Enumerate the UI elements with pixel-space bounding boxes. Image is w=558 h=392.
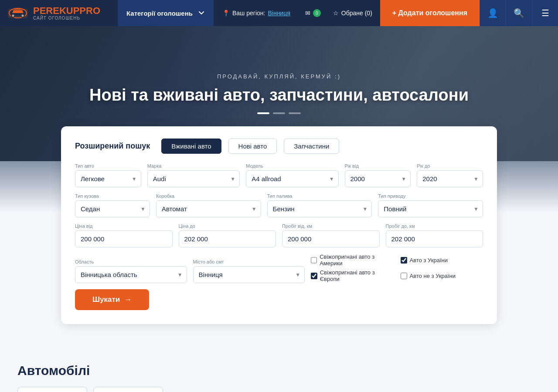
- svg-point-6: [22, 15, 24, 17]
- brand-filter-select[interactable]: Audi BMW Toyota Honda: [93, 387, 163, 392]
- mileage-from-input[interactable]: [282, 230, 380, 247]
- header-messages[interactable]: ✉ 0: [299, 9, 327, 17]
- field-price-to: Ціна до: [179, 223, 276, 247]
- message-badge: 0: [313, 9, 321, 17]
- field-year-to: Рік до 2020 ▼: [417, 163, 483, 187]
- menu-button[interactable]: ☰: [532, 0, 558, 26]
- user-icon: 👤: [487, 8, 498, 18]
- cars-section-title: Автомобілі: [17, 363, 541, 378]
- year-to-select[interactable]: 2020: [417, 170, 483, 187]
- body-select[interactable]: Седан: [75, 200, 150, 217]
- search-row-3: Ціна від Ціна до Пробіг від, км Пробіг д…: [75, 223, 483, 247]
- hero-tagline: ПРОДАВАЙ, КУПЛЯЙ, КЕРМУЙ :): [217, 73, 341, 80]
- search-submit-button[interactable]: Шукати →: [75, 289, 149, 310]
- header-favorites[interactable]: ☆ Обране (0): [327, 10, 378, 17]
- categories-button[interactable]: Категорії оголошень: [118, 0, 214, 26]
- field-year-from: Рік від 2000 ▼: [345, 163, 411, 187]
- search-row-4: Область Вінницька область ▼ Місто або см…: [75, 253, 483, 283]
- arrow-right-icon: →: [124, 295, 132, 304]
- checkbox-ukraine-input[interactable]: [401, 257, 407, 264]
- tab-new-cars[interactable]: Нові авто: [228, 139, 277, 154]
- field-brand: Марка Audi ▼: [147, 163, 240, 187]
- logo-icon: [7, 4, 29, 22]
- cars-filters: Авто з України Всі авто З-за кордону Aud…: [17, 387, 541, 392]
- fuel-select[interactable]: Бензин: [267, 200, 372, 217]
- search-container: Розширений пошук Вживані авто Нові авто …: [61, 126, 497, 324]
- logo-name: PEREKUPPRO: [33, 6, 100, 16]
- field-mileage-to: Пробіг до, км: [386, 223, 483, 247]
- drive-select[interactable]: Повний: [378, 200, 483, 217]
- source-filter-select[interactable]: Авто з України Всі авто З-за кордону: [17, 387, 87, 392]
- checkbox-eu-import[interactable]: Свіжопригнані авто з Європи: [311, 269, 393, 282]
- search-button[interactable]: 🔍: [506, 0, 532, 26]
- checkbox-us-import-input[interactable]: [311, 257, 317, 264]
- hamburger-icon: ☰: [541, 8, 549, 18]
- field-model: Модель A4 allroad ▼: [246, 163, 338, 187]
- svg-point-4: [12, 15, 14, 17]
- checkbox-eu-import-input[interactable]: [311, 273, 317, 279]
- hero-dots: [257, 112, 301, 114]
- search-row-1: Тип авто Легкове ▼ Марка Audi ▼ Модель A…: [75, 163, 483, 187]
- search-row-2: Тип кузова Седан ▼ Коробка Автомат ▼ Тип…: [75, 193, 483, 217]
- field-car-type: Тип авто Легкове ▼: [75, 163, 141, 187]
- header: PEREKUPPRO САЙТ ОГОЛОШЕНЬ Категорії огол…: [0, 0, 558, 26]
- search-title: Розширений пошук: [75, 142, 150, 151]
- cars-section: Автомобілі Авто з України Всі авто З-за …: [0, 363, 558, 392]
- hero-title: Нові та вживані авто, запчастини, автоса…: [89, 86, 469, 105]
- logo-area: PEREKUPPRO САЙТ ОГОЛОШЕНЬ: [0, 4, 118, 22]
- price-from-input[interactable]: [75, 230, 173, 247]
- city-select[interactable]: Вінниця: [193, 266, 305, 283]
- search-header: Розширений пошук Вживані авто Нові авто …: [75, 139, 483, 154]
- checkbox-non-ukraine[interactable]: Авто не з України: [401, 269, 483, 282]
- checkbox-non-ukraine-input[interactable]: [401, 273, 407, 279]
- brand-select[interactable]: Audi: [147, 170, 240, 187]
- header-region: 📍 Ваш регіон: Вінниця: [214, 10, 299, 17]
- search-icon: 🔍: [514, 8, 524, 18]
- hero-dot-1[interactable]: [257, 112, 269, 114]
- user-button[interactable]: 👤: [480, 0, 506, 26]
- brand-filter-wrap: Audi BMW Toyota Honda: [93, 387, 163, 392]
- logo-sub: САЙТ ОГОЛОШЕНЬ: [33, 16, 100, 20]
- add-listing-button[interactable]: + Додати оголошення: [380, 0, 480, 26]
- field-mileage-from: Пробіг від, км: [282, 223, 380, 247]
- field-drive: Тип приводу Повний ▼: [378, 193, 483, 217]
- field-region: Область Вінницька область ▼: [75, 259, 187, 283]
- source-filter-wrap: Авто з України Всі авто З-за кордону: [17, 387, 87, 392]
- year-from-select[interactable]: 2000: [345, 170, 411, 187]
- location-icon: 📍: [222, 10, 230, 17]
- car-type-select[interactable]: Легкове: [75, 170, 141, 187]
- field-city: Місто або смт Вінниця ▼: [193, 259, 305, 283]
- hero-dot-3[interactable]: [289, 112, 301, 114]
- checkboxes-area: Свіжопригнані авто з Америки Авто з Укра…: [311, 253, 483, 283]
- field-fuel: Тип палива Бензин ▼: [267, 193, 372, 217]
- tab-used-cars[interactable]: Вживані авто: [161, 139, 221, 154]
- svg-marker-7: [12, 10, 24, 13]
- region-link[interactable]: Вінниця: [268, 10, 290, 17]
- region-select[interactable]: Вінницька область: [75, 266, 187, 283]
- checkbox-us-import[interactable]: Свіжопригнані авто з Америки: [311, 253, 393, 267]
- field-price-from: Ціна від: [75, 223, 173, 247]
- model-select[interactable]: A4 allroad: [246, 170, 338, 187]
- envelope-icon: ✉: [305, 10, 310, 17]
- checkbox-ukraine[interactable]: Авто з України: [401, 253, 483, 267]
- hero-dot-2[interactable]: [273, 112, 285, 114]
- gearbox-select[interactable]: Автомат: [156, 200, 261, 217]
- field-gearbox: Коробка Автомат ▼: [156, 193, 261, 217]
- mileage-to-input[interactable]: [386, 230, 483, 247]
- tab-parts[interactable]: Запчастини: [284, 139, 339, 154]
- star-icon: ☆: [333, 10, 339, 17]
- field-body: Тип кузова Седан ▼: [75, 193, 150, 217]
- price-to-input[interactable]: [179, 230, 276, 247]
